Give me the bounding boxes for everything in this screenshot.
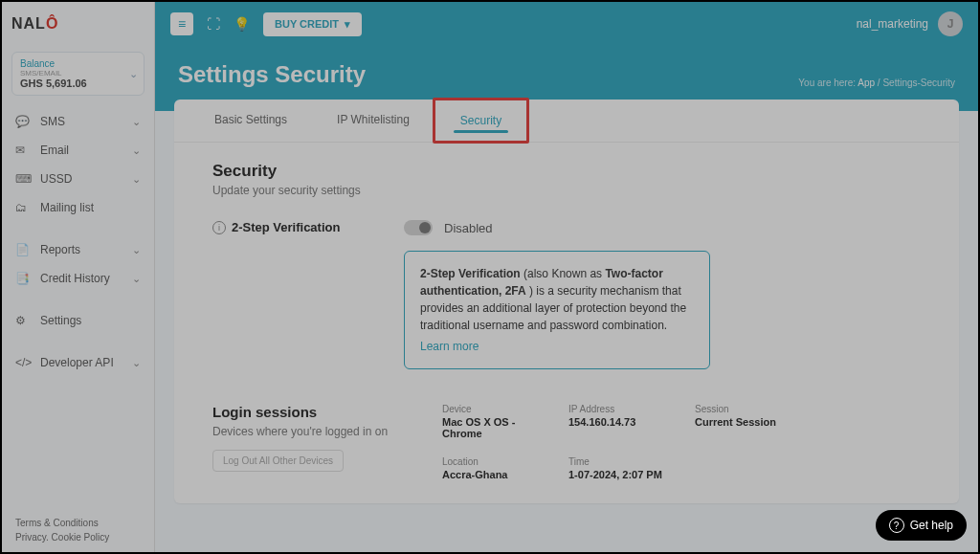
breadcrumb-app[interactable]: App xyxy=(858,78,875,88)
twofa-toggle[interactable] xyxy=(404,220,433,235)
chat-icon: 💬 xyxy=(15,115,33,128)
tabs: Basic Settings IP Whitelisting Security xyxy=(174,100,959,143)
gear-icon: ⚙ xyxy=(15,314,33,327)
balance-amount: GHS 5,691.06 xyxy=(20,78,136,89)
session-details: DeviceMac OS X OS - Chrome IP Address154… xyxy=(442,404,819,480)
security-subtitle: Update your security settings xyxy=(212,184,921,197)
breadcrumb: You are here: App / Settings-Security xyxy=(798,78,955,88)
buy-credit-button[interactable]: BUY CREDIT ▾ xyxy=(263,12,362,36)
sidebar-item-label: Email xyxy=(40,144,69,157)
username[interactable]: nal_marketing xyxy=(857,17,928,31)
settings-card: Basic Settings IP Whitelisting Security … xyxy=(174,100,959,503)
page-title: Settings Security xyxy=(178,61,366,88)
keypad-icon: ⌨ xyxy=(15,172,33,186)
fullscreen-icon[interactable]: ⛶ xyxy=(207,16,220,32)
sidebar-item-reports[interactable]: 📄Reports⌄ xyxy=(2,235,154,264)
security-panel: Security Update your security settings i… xyxy=(174,143,959,503)
balance-card[interactable]: Balance SMS/EMAIL GHS 5,691.06 ⌄ xyxy=(11,52,145,96)
balance-sub: SMS/EMAIL xyxy=(20,69,136,78)
twofa-info-box: 2-Step Verification (also Known as Two-f… xyxy=(404,251,710,369)
sidebar: NALÔ Balance SMS/EMAIL GHS 5,691.06 ⌄ 💬… xyxy=(2,2,155,552)
sidebar-item-label: USSD xyxy=(40,172,72,186)
session-value: Current Session xyxy=(695,416,819,428)
list-icon: 🗂 xyxy=(15,201,33,214)
lightbulb-icon[interactable]: 💡 xyxy=(234,16,250,32)
ip-value: 154.160.14.73 xyxy=(568,416,683,428)
chevron-down-icon: ⌄ xyxy=(132,116,141,128)
info-icon: i xyxy=(212,221,226,234)
twofa-status: Disabled xyxy=(444,221,493,235)
chevron-down-icon: ⌄ xyxy=(132,273,141,285)
sidebar-item-label: Developer API xyxy=(40,356,114,369)
sidebar-item-email[interactable]: ✉Email⌄ xyxy=(2,136,154,165)
sidebar-nav: 💬SMS⌄ ✉Email⌄ ⌨USSD⌄ 🗂Mailing list 📄Repo… xyxy=(2,101,154,508)
footer-links: Terms & Conditions Privacy. Cookie Polic… xyxy=(2,508,154,552)
device-label: Device xyxy=(442,404,557,414)
sidebar-item-label: Credit History xyxy=(40,272,110,285)
sidebar-item-label: Mailing list xyxy=(40,201,94,214)
balance-label: Balance xyxy=(20,58,136,69)
logout-all-button[interactable]: Log Out All Other Devices xyxy=(212,450,344,472)
question-icon: ? xyxy=(889,518,904,533)
tab-basic-settings[interactable]: Basic Settings xyxy=(189,100,312,142)
get-help-button[interactable]: ? Get help xyxy=(876,510,967,541)
chevron-down-icon: ⌄ xyxy=(132,144,141,157)
sidebar-item-label: Reports xyxy=(40,243,80,256)
time-value: 1-07-2024, 2:07 PM xyxy=(568,469,683,480)
sidebar-item-sms[interactable]: 💬SMS⌄ xyxy=(2,107,154,136)
mail-icon: ✉ xyxy=(15,144,33,157)
privacy-link[interactable]: Privacy. Cookie Policy xyxy=(15,530,141,544)
device-value: Mac OS X OS - Chrome xyxy=(442,416,557,439)
report-icon: 📄 xyxy=(15,243,33,256)
learn-more-link[interactable]: Learn more xyxy=(420,338,479,355)
chevron-down-icon: ⌄ xyxy=(132,357,141,369)
sidebar-item-developer-api[interactable]: </>Developer API⌄ xyxy=(2,348,154,377)
sidebar-item-label: SMS xyxy=(40,115,65,128)
avatar[interactable]: J xyxy=(938,11,963,36)
sessions-subtitle: Devices where you're logged in on xyxy=(212,423,404,440)
buy-credit-label: BUY CREDIT xyxy=(275,18,339,30)
caret-down-icon: ▾ xyxy=(345,18,350,31)
time-label: Time xyxy=(568,456,683,467)
terms-link[interactable]: Terms & Conditions xyxy=(15,516,141,530)
tab-ip-whitelisting[interactable]: IP Whitelisting xyxy=(312,100,434,142)
twofa-label: i 2-Step Verification xyxy=(212,220,404,234)
get-help-label: Get help xyxy=(910,519,953,532)
session-label: Session xyxy=(695,404,819,414)
code-icon: </> xyxy=(15,356,33,369)
logo: NALÔ xyxy=(2,2,154,46)
sidebar-item-mailing-list[interactable]: 🗂Mailing list xyxy=(2,193,154,222)
location-label: Location xyxy=(442,456,557,467)
chevron-down-icon: ⌄ xyxy=(129,68,138,80)
chevron-down-icon: ⌄ xyxy=(132,244,141,256)
sessions-title: Login sessions xyxy=(212,404,404,420)
tab-security[interactable]: Security xyxy=(433,98,529,144)
sidebar-item-label: Settings xyxy=(40,314,81,327)
security-title: Security xyxy=(212,162,921,181)
sidebar-collapse-button[interactable]: ≡ xyxy=(170,12,193,35)
breadcrumb-current: Settings-Security xyxy=(882,78,955,88)
sidebar-item-credit-history[interactable]: 📑Credit History⌄ xyxy=(2,264,154,293)
history-icon: 📑 xyxy=(15,272,33,285)
topbar: ≡ ⛶ 💡 BUY CREDIT ▾ nal_marketing J xyxy=(155,2,978,46)
sidebar-item-settings[interactable]: ⚙Settings xyxy=(2,306,154,335)
ip-label: IP Address xyxy=(568,404,683,414)
location-value: Accra-Ghana xyxy=(442,469,557,480)
chevron-down-icon: ⌄ xyxy=(132,173,141,186)
sidebar-item-ussd[interactable]: ⌨USSD⌄ xyxy=(2,165,154,193)
main: ≡ ⛶ 💡 BUY CREDIT ▾ nal_marketing J Setti… xyxy=(155,2,978,552)
